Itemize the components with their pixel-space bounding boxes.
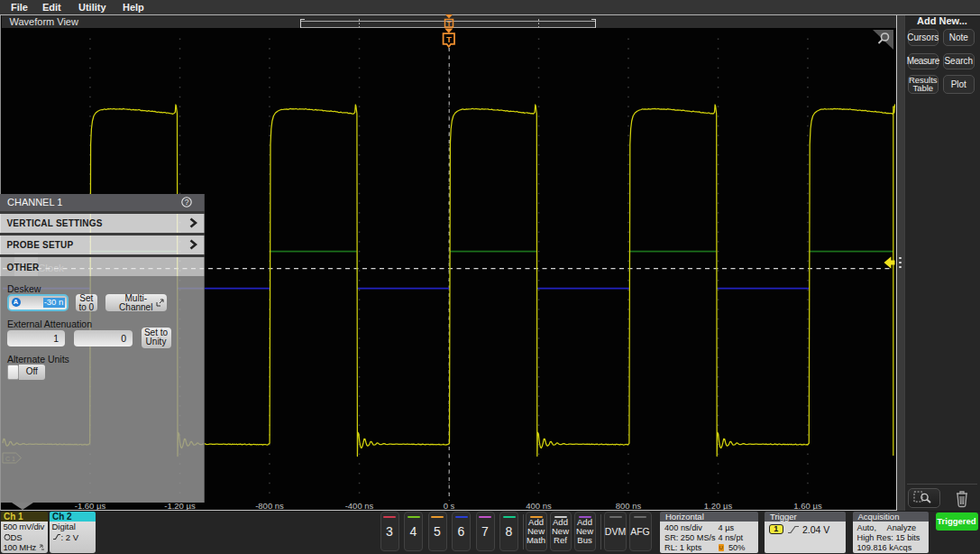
svg-text:T: T: [447, 19, 452, 27]
svg-text:400 ns: 400 ns: [526, 501, 552, 511]
svg-text:1.20 µs: 1.20 µs: [704, 501, 733, 511]
svg-text:-800 ns: -800 ns: [255, 501, 284, 511]
svg-text:T: T: [446, 34, 452, 44]
svg-text:800 ns: 800 ns: [616, 501, 642, 511]
svg-text:0 s: 0 s: [444, 501, 455, 511]
svg-text:1.60 µs: 1.60 µs: [793, 501, 822, 511]
svg-text:-400 ns: -400 ns: [345, 501, 374, 511]
svg-text:?: ?: [185, 198, 189, 207]
